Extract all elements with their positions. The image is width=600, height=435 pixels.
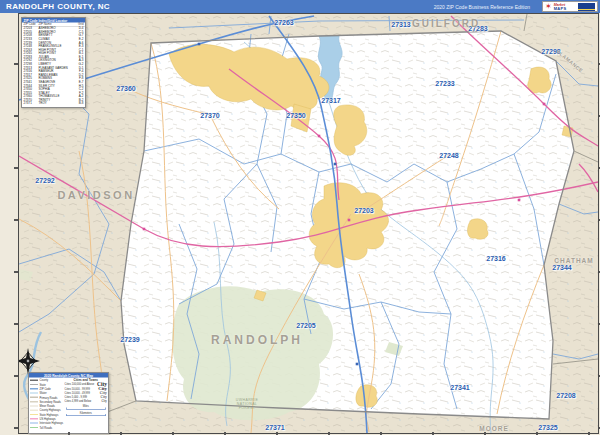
zip-label-27360: 27360 xyxy=(116,85,135,92)
legend-swatch xyxy=(30,422,38,423)
zip-label-27239: 27239 xyxy=(120,336,139,343)
forest-label: UWHARRIENATIONALFOREST xyxy=(236,398,258,410)
zip-label-27317: 27317 xyxy=(321,97,340,104)
legend-swatch xyxy=(30,414,38,415)
legend-item-label: Toll Roads xyxy=(40,426,53,429)
legend-swatch xyxy=(30,401,38,402)
zip-table-cell: B-8 xyxy=(76,102,84,106)
page-title: RANDOLPH COUNTY, NC xyxy=(6,2,110,11)
zip-label-27292: 27292 xyxy=(35,177,54,184)
legend-swatch xyxy=(30,397,38,398)
forest-label-line: FOREST xyxy=(236,406,258,410)
city-class-label: Cities 50,000 - 99,999 xyxy=(65,387,90,390)
city-class-sample: City xyxy=(101,399,107,403)
zip-label-27248: 27248 xyxy=(439,152,458,159)
zip-label-27371: 27371 xyxy=(265,424,284,431)
county-label-davidson: DAVIDSON xyxy=(57,189,134,201)
legend-swatch xyxy=(30,392,38,393)
legend-item-label: Water xyxy=(40,392,47,395)
county-label-chatham: CHATHAM xyxy=(554,257,593,264)
zip-label-27313: 27313 xyxy=(391,21,410,28)
map-legend: 2020 Randolph County, NC Map CountyState… xyxy=(28,372,109,434)
city-class-label: Cities 10,000 - 49,999 xyxy=(65,391,90,394)
legend-item-label: ZIP Code xyxy=(40,387,51,390)
grid-ticks-left xyxy=(14,13,18,432)
map-sheet: RANDOLPH COUNTY, NC 2020 ZIP Code Busine… xyxy=(0,0,600,435)
legend-item-label: State Highways xyxy=(40,413,59,416)
map-art xyxy=(19,14,598,433)
city-class-label: Cities 100,000 and Above xyxy=(65,383,95,386)
legend-swatch xyxy=(30,418,38,419)
legend-swatch xyxy=(30,405,38,406)
zip-label-27316: 27316 xyxy=(486,255,505,262)
legend-swatch xyxy=(30,410,38,411)
zip-code-index: ZIP Code Index/Grid Locator ZIP Code ZIP… xyxy=(21,17,86,108)
legend-item-label: Minor Roads xyxy=(40,404,55,407)
logo-fineprint-block xyxy=(578,3,595,11)
zip-label-27263: 27263 xyxy=(274,19,293,26)
zip-label-27344: 27344 xyxy=(552,264,571,271)
scale-bar-kilometers: Kilometers xyxy=(65,411,107,416)
city-class-label: Cities 5,000 - 9,999 xyxy=(65,395,88,398)
city-class-label: Cities 4,999 and Below xyxy=(65,399,92,402)
zip-table-cell: TROY xyxy=(39,102,76,106)
county-label-guilford: GUILFORD xyxy=(412,18,480,29)
legend-item-label: County xyxy=(40,379,49,382)
zip-label-27233: 27233 xyxy=(435,80,454,87)
map-canvas: 2726327313272832729827233273602731727350… xyxy=(18,13,599,434)
zip-label-27205: 27205 xyxy=(296,322,315,329)
legend-item-label: Primary Roads xyxy=(40,396,58,399)
zip-table-row: 27371TROYB-8 xyxy=(22,102,85,106)
legend-city-classes: Cities 100,000 and AboveCityCities 50,00… xyxy=(65,382,107,403)
zip-label-27370: 27370 xyxy=(200,112,219,119)
zip-label-27350: 27350 xyxy=(286,112,305,119)
legend-item-label: State xyxy=(40,383,46,386)
county-label-randolph: RANDOLPH xyxy=(211,333,303,347)
edition-label: 2020 ZIP Code Business Reference Edition xyxy=(434,4,536,10)
zip-table-cell: 27371 xyxy=(24,102,39,106)
legend-line-item: Toll Roads xyxy=(30,425,64,429)
zip-table-rows: 27203ASHEBOROD-427205ASHEBOROC-527208BEN… xyxy=(22,27,85,106)
zip-label-27208: 27208 xyxy=(556,392,575,399)
scale-bar-miles: Miles xyxy=(65,404,107,409)
zip-label-27341: 27341 xyxy=(450,384,469,391)
legend-swatch xyxy=(30,427,38,428)
publisher-logo: ✶ Market MAPS xyxy=(542,1,598,12)
title-bar: RANDOLPH COUNTY, NC 2020 ZIP Code Busine… xyxy=(0,0,600,13)
zip-label-27325: 27325 xyxy=(538,424,557,431)
county-label-moore: MOORE xyxy=(479,425,509,432)
zip-label-27203: 27203 xyxy=(354,207,373,214)
legend-line-items: CountyStateZIP CodeWaterPrimary RoadsSec… xyxy=(30,378,64,430)
legend-swatch xyxy=(30,388,38,389)
legend-item-label: County Highways xyxy=(40,409,61,412)
legend-item-label: Interstate Highways xyxy=(40,422,64,425)
brand-name: Market MAPS xyxy=(554,3,567,11)
legend-item-label: Secondary Roads xyxy=(40,400,61,403)
legend-swatch xyxy=(30,384,38,385)
starburst-icon: ✶ xyxy=(545,3,552,11)
legend-item-label: US Highways xyxy=(40,417,56,420)
legend-city-row: Cities 4,999 and BelowCity xyxy=(65,399,107,403)
legend-swatch xyxy=(30,380,38,381)
